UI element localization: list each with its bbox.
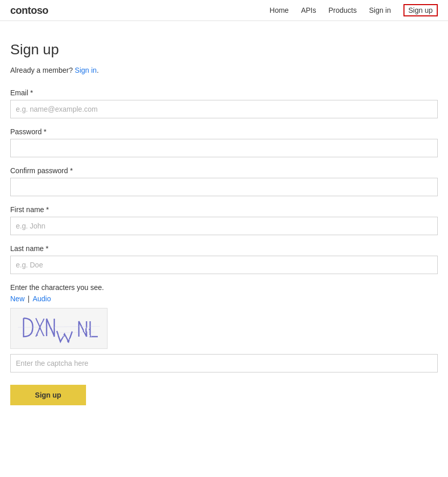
already-member-text: Already a member? Sign in. bbox=[10, 66, 438, 74]
captcha-separator: | bbox=[28, 295, 30, 303]
captcha-new-link[interactable]: New bbox=[10, 295, 25, 303]
nav-home[interactable]: Home bbox=[270, 6, 289, 14]
captcha-links: New | Audio bbox=[10, 295, 438, 303]
captcha-svg bbox=[13, 310, 105, 346]
site-header: contoso Home APIs Products Sign in Sign … bbox=[0, 0, 448, 21]
password-input[interactable] bbox=[10, 139, 438, 157]
main-content: Sign up Already a member? Sign in. Email… bbox=[0, 21, 448, 426]
captcha-section: Enter the characters you see. New | Audi… bbox=[10, 283, 438, 372]
first-name-label: First name * bbox=[10, 205, 438, 214]
nav-products[interactable]: Products bbox=[328, 6, 356, 14]
first-name-input[interactable] bbox=[10, 217, 438, 235]
last-name-label: Last name * bbox=[10, 244, 438, 253]
nav-signup[interactable]: Sign up bbox=[403, 4, 438, 16]
captcha-audio-link[interactable]: Audio bbox=[33, 295, 51, 303]
captcha-instruction: Enter the characters you see. bbox=[10, 283, 438, 292]
email-input[interactable] bbox=[10, 100, 438, 118]
nav-apis[interactable]: APIs bbox=[301, 6, 316, 14]
signup-button[interactable]: Sign up bbox=[10, 385, 86, 405]
captcha-input[interactable] bbox=[10, 354, 438, 372]
confirm-password-group: Confirm password * bbox=[10, 167, 438, 196]
password-label: Password * bbox=[10, 128, 438, 136]
confirm-password-input[interactable] bbox=[10, 178, 438, 196]
main-nav: Home APIs Products Sign in Sign up bbox=[270, 4, 438, 16]
last-name-group: Last name * bbox=[10, 244, 438, 274]
signin-link[interactable]: Sign in bbox=[75, 66, 97, 74]
last-name-input[interactable] bbox=[10, 256, 438, 274]
nav-signin[interactable]: Sign in bbox=[369, 6, 391, 14]
site-logo: contoso bbox=[10, 5, 48, 16]
first-name-group: First name * bbox=[10, 205, 438, 235]
password-group: Password * bbox=[10, 128, 438, 157]
email-group: Email * bbox=[10, 89, 438, 118]
captcha-image bbox=[10, 308, 108, 349]
svg-line-2 bbox=[18, 326, 100, 327]
submit-section: Sign up bbox=[10, 385, 438, 405]
page-title: Sign up bbox=[10, 42, 438, 58]
confirm-password-label: Confirm password * bbox=[10, 167, 438, 175]
email-label: Email * bbox=[10, 89, 438, 97]
